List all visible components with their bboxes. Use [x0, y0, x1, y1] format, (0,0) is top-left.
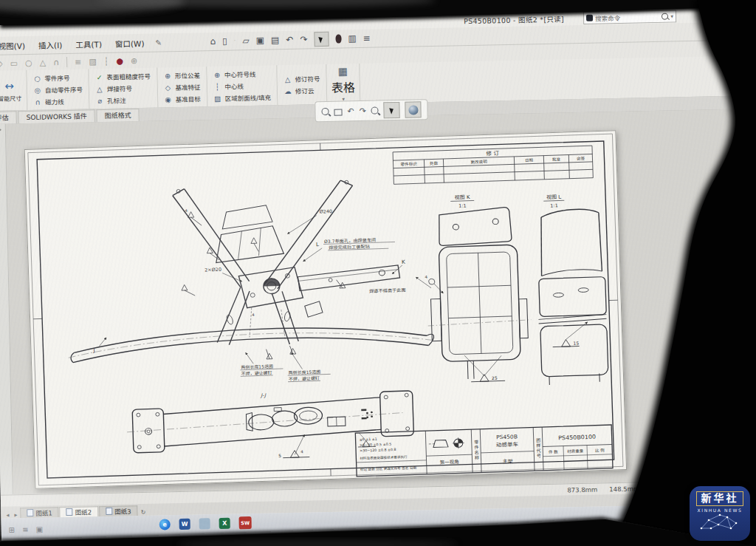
- balloon-button[interactable]: ○零件序号: [32, 72, 82, 83]
- sheet-tab-1[interactable]: 图纸1: [20, 507, 59, 518]
- sketch-icon-9[interactable]: ⊕: [131, 56, 137, 66]
- prev-sheet-icon[interactable]: ◂: [4, 512, 11, 519]
- centerline-label: 中心线: [224, 81, 244, 91]
- edge-browser-icon[interactable]: e: [159, 519, 171, 530]
- symbol-group: ✓表面粗糙度符号 △焊接符号 ⌀孔标注: [89, 68, 158, 109]
- geometric-tolerance-button[interactable]: ⊕形位公差: [163, 69, 200, 81]
- pinned-app-icon[interactable]: ▣: [35, 525, 43, 533]
- featuremanager-strip[interactable]: [0, 124, 13, 495]
- select-tool-button[interactable]: [314, 32, 329, 47]
- surface-finish-label: 表面粗糙度符号: [106, 72, 151, 81]
- word-icon[interactable]: W: [179, 519, 190, 530]
- center-mark-button[interactable]: ⊕中心符号线: [213, 68, 271, 81]
- projection-label: 第一视角: [440, 458, 459, 465]
- datum-feature-button[interactable]: ◇基准特征: [163, 81, 200, 93]
- revision-cloud-button[interactable]: ☁修订云: [284, 85, 320, 97]
- menu-window[interactable]: 窗口(W): [109, 37, 151, 49]
- chevron-down-icon[interactable]: ▾: [670, 13, 673, 19]
- taskview-icon[interactable]: ≡: [22, 525, 29, 533]
- solidworks-logo-icon: [586, 15, 593, 21]
- status-z-coord: 0mm: [651, 485, 667, 492]
- sheet-icon: [66, 508, 73, 516]
- save-icon[interactable]: ▣: [255, 36, 264, 45]
- sketch-icon-4[interactable]: △: [39, 58, 46, 67]
- centerline-button[interactable]: ┆中心线: [213, 80, 271, 92]
- sheet-tab-2[interactable]: 图纸2: [60, 506, 99, 517]
- datum-target-button[interactable]: ◉基准目标: [164, 93, 201, 105]
- weld-size-4c: 4: [425, 275, 427, 279]
- part-subname: 主架: [503, 458, 513, 465]
- search-input[interactable]: 搜索命令: [595, 12, 660, 22]
- hole-callout-button[interactable]: ⌀孔标注: [95, 94, 151, 106]
- redo-icon[interactable]: ↷: [300, 35, 307, 44]
- sketch-icon-7[interactable]: ▨: [89, 57, 97, 66]
- sheet-tab-3[interactable]: 图纸3: [99, 505, 138, 516]
- drawing-code-vertical-label: 图样代号: [534, 429, 543, 468]
- select-mode-button[interactable]: [384, 102, 400, 118]
- magnetic-line-button[interactable]: ∩磁力线: [33, 95, 83, 107]
- tab-sheet-format[interactable]: 图纸格式: [97, 109, 140, 122]
- tab-solidworks-addins[interactable]: SOLIDWORKS 插件: [18, 109, 94, 123]
- geometric-tolerance-icon: ⊕: [163, 72, 172, 80]
- document-app-icon[interactable]: [199, 518, 210, 529]
- area-hatch-button[interactable]: ▨区域剖面线/填充: [213, 92, 272, 104]
- weld-size-4a: 4: [185, 208, 188, 213]
- zoom-area-icon[interactable]: [334, 109, 342, 115]
- balloon-icon: ○: [32, 74, 41, 82]
- command-search[interactable]: 搜索命令 ▾: [583, 10, 676, 24]
- open-file-icon[interactable]: ▱: [242, 36, 249, 45]
- surface-finish-icon: ✓: [94, 72, 103, 81]
- watermark-chinese-text: 新华社: [698, 493, 741, 504]
- weld-symbol-button[interactable]: △焊接符号: [95, 82, 151, 95]
- home-icon[interactable]: ⌂: [210, 37, 216, 46]
- sketch-icon-3[interactable]: ○: [25, 58, 32, 67]
- sketch-icon-2[interactable]: ▭: [10, 58, 18, 68]
- change-record-note: 标记 处数 分区 更改文件号 签名 日期: [360, 465, 417, 472]
- next-sheet-icon[interactable]: ▸: [12, 511, 19, 518]
- columns-icon[interactable]: ▥: [348, 34, 357, 43]
- scale-label: 比 例: [595, 447, 605, 453]
- undo-icon[interactable]: ↶: [286, 35, 293, 44]
- weld-size-4b: 4: [252, 313, 255, 317]
- menu-tools[interactable]: 工具(T): [69, 38, 109, 50]
- surface-finish-button[interactable]: ✓表面粗糙度符号: [94, 70, 151, 83]
- previous-view-icon[interactable]: ↶: [347, 106, 354, 116]
- solidworks-taskbar-icon[interactable]: SW: [239, 516, 252, 529]
- auto-balloon-button[interactable]: ◎自动零件序号: [33, 83, 83, 95]
- appearance-icon[interactable]: [335, 34, 341, 43]
- view-l-geometry: [535, 208, 609, 385]
- record-macro-icon[interactable]: ●: [116, 56, 123, 66]
- smart-dimension-button[interactable]: ↔ 智能尺寸: [0, 70, 27, 111]
- start-icon[interactable]: ⊞: [9, 525, 16, 533]
- sketch-icon-5[interactable]: ∩: [53, 58, 59, 67]
- weld-symbol-label: 焊接符号: [107, 83, 132, 93]
- options-icon[interactable]: ≡: [363, 34, 371, 43]
- rev-col-5: 批准: [552, 157, 561, 163]
- heads-up-toolbar: ↶ ↷: [315, 99, 428, 122]
- display-style-button[interactable]: [405, 101, 422, 117]
- print-icon[interactable]: ▤: [271, 35, 280, 44]
- expand-arrow-icon: [0, 127, 1, 133]
- revision-symbol-button[interactable]: △修订符号: [283, 73, 320, 85]
- section-view-icon[interactable]: [371, 106, 379, 114]
- pin-menu-icon[interactable]: ✎: [151, 38, 166, 47]
- part-name-1: PS450B: [496, 434, 518, 441]
- search-icon[interactable]: [662, 13, 668, 20]
- tables-button[interactable]: ▦ 表格 ▾: [326, 64, 360, 104]
- menu-view[interactable]: 视图(V): [0, 39, 32, 51]
- rev-col-2: 处数: [430, 160, 439, 166]
- drawing-canvas[interactable]: 修 订 零件标识 处数 更改说明 日期 批准 会签 视图 K 1:1 视图 L …: [0, 109, 756, 495]
- new-file-icon[interactable]: ▯: [222, 37, 227, 46]
- sketch-icon-8[interactable]: ┆: [104, 56, 109, 66]
- menu-insert[interactable]: 插入(I): [32, 38, 69, 50]
- sketch-icon-6[interactable]: ≡: [75, 57, 81, 66]
- drawing-sheet[interactable]: 修 订 零件标识 处数 更改说明 日期 批准 会签 视图 K 1:1 视图 L …: [24, 130, 627, 489]
- refresh-sheet-icon[interactable]: ↻: [139, 509, 148, 516]
- cursor-icon: [319, 35, 325, 43]
- excel-icon[interactable]: X: [219, 518, 230, 529]
- pan-icon[interactable]: ↷: [360, 106, 366, 115]
- sketch-icon-1[interactable]: ◇: [0, 58, 3, 68]
- tab-evaluate[interactable]: 评估: [0, 111, 17, 124]
- centerline-group: ⊕中心符号线 ┆中心线 ▨区域剖面线/填充: [207, 65, 278, 106]
- zoom-fit-icon[interactable]: [321, 108, 329, 115]
